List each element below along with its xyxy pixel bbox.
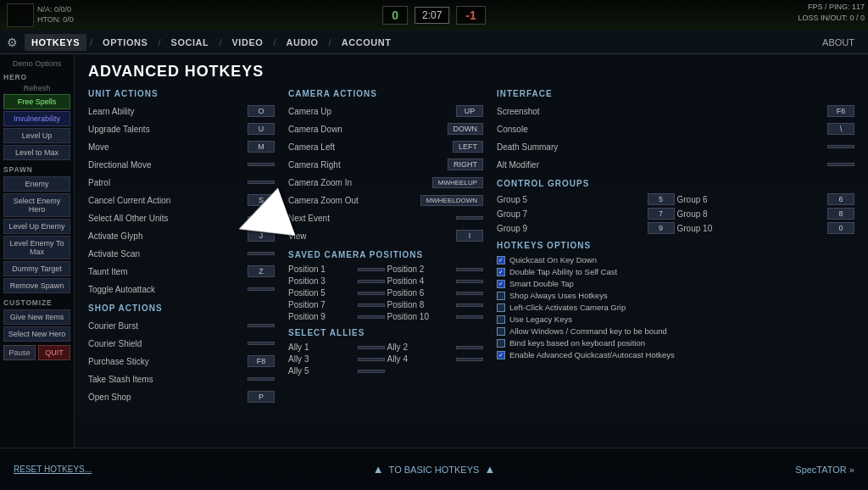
nav-hotkeys[interactable]: HOTKEYS — [25, 34, 86, 51]
table-row: Camera Right RIGHT — [288, 157, 483, 172]
sidebar: Demo Options HERO Refresh Free Spells In… — [0, 54, 75, 448]
select-allies-title: SELECT ALLIES — [288, 328, 483, 337]
reset-hotkeys-button[interactable]: RESET HOTKEYS... — [0, 461, 105, 477]
table-row: Open Shop P — [88, 389, 275, 404]
table-row: Next Event — [288, 210, 483, 226]
level-to-max-button[interactable]: Level to Max — [3, 145, 70, 160]
table-row: Activate Scan — [88, 246, 275, 261]
list-item: Left-Click Activates Camera Grip — [497, 303, 854, 312]
list-item: Shop Always Uses Hotkeys — [497, 291, 854, 300]
customize-section-label: CUSTOMIZE — [3, 298, 70, 307]
nav-account[interactable]: ACCOUNT — [335, 34, 398, 51]
demo-options-label: Demo Options — [3, 59, 70, 68]
control-groups-title: CONTROL GROUPS — [497, 179, 854, 188]
table-row: Camera Zoom In MWHEELUP — [288, 175, 483, 190]
unit-actions-list: Learn Ability O Upgrade Talents U Move M… — [88, 103, 275, 297]
table-row: Group 9 9 — [497, 222, 675, 234]
advanced-quickcast-checkbox[interactable] — [497, 351, 505, 359]
level-up-enemy-button[interactable]: Level Up Enemy — [3, 219, 70, 234]
level-enemy-to-max-button[interactable]: Level Enemy To Max — [3, 236, 70, 259]
smart-double-tap-checkbox[interactable] — [497, 280, 505, 288]
nav-options[interactable]: OPTIONS — [96, 34, 154, 51]
refresh-label: Refresh — [3, 84, 70, 92]
dummy-target-button[interactable]: Dummy Target — [3, 261, 70, 276]
table-row: Select All Other Units — [88, 210, 275, 226]
remove-spawn-button[interactable]: Remove Spawn — [3, 278, 70, 293]
panel-content: UNIT ACTIONS Learn Ability O Upgrade Tal… — [75, 86, 868, 441]
score-display: 0 2:07 -1 — [382, 6, 486, 25]
invulnerability-button[interactable]: Invulnerability — [3, 111, 70, 126]
table-row: Move M — [88, 139, 275, 154]
fps-display: FPS / PING: 117 LOSS IN/OUT: 0 / 0 — [798, 2, 865, 23]
table-row: Courier Burst — [88, 318, 275, 333]
camera-grip-checkbox[interactable] — [497, 303, 505, 312]
table-row: Alt Modifier — [497, 157, 854, 172]
camera-positions-grid: Position 1 Position 2 Position 3 Positio… — [288, 264, 483, 321]
left-column: UNIT ACTIONS Learn Ability O Upgrade Tal… — [88, 86, 275, 441]
table-row: Ally 5 — [288, 366, 385, 376]
level-up-button[interactable]: Level Up — [3, 128, 70, 143]
nav-about[interactable]: ABOUT — [815, 34, 861, 51]
arrow-up-icon-2: ▲ — [484, 463, 495, 476]
hotkeys-options-title: HOTKEYS OPTIONS — [497, 241, 854, 250]
table-row: Purchase Sticky F8 — [88, 354, 275, 369]
panel-title: ADVANCED HOTKEYS — [75, 54, 868, 86]
table-row: Console \ — [497, 121, 854, 136]
table-row: Take Stash Items — [88, 371, 275, 387]
hotkeys-options-list: Quickcast On Key Down Double Tap Ability… — [497, 255, 854, 359]
hero-section-label: HERO — [3, 73, 70, 81]
shop-actions-list: Courier Burst Courier Shield Purchase St… — [88, 318, 275, 404]
nav-social[interactable]: SOCIAL — [164, 34, 216, 51]
table-row: Learn Ability O — [88, 103, 275, 119]
table-row: Courier Shield — [88, 336, 275, 351]
table-row: Group 8 8 — [677, 208, 855, 220]
double-tap-self-cast-checkbox[interactable] — [497, 268, 505, 276]
table-row: Position 6 — [387, 288, 484, 298]
table-row: Position 7 — [288, 300, 385, 309]
spectator-button[interactable]: SpecTATOR » — [795, 465, 854, 475]
radiant-score: 0 — [382, 6, 408, 25]
enemy-button[interactable]: Enemy — [3, 176, 70, 192]
table-row: Death Summary — [497, 139, 854, 154]
list-item: Allow Windows / Command key to be bound — [497, 326, 854, 336]
quit-button[interactable]: QUIT — [38, 345, 70, 360]
give-new-items-button[interactable]: Give New Items — [3, 309, 70, 325]
bottom-bar: RESET HOTKEYS... ▲ TO BASIC HOTKEYS ▲ Sp… — [0, 448, 868, 490]
main-panel: ADVANCED HOTKEYS UNIT ACTIONS Learn Abil… — [75, 54, 868, 448]
table-row: Activate Glyph J — [88, 228, 275, 243]
legacy-keys-checkbox[interactable] — [497, 315, 505, 324]
table-row: Position 9 — [288, 312, 385, 321]
table-row: Patrol — [88, 175, 275, 190]
list-item: Bind keys based on keyboard position — [497, 338, 854, 348]
windows-key-checkbox[interactable] — [497, 327, 505, 336]
table-row: Ally 1 — [288, 342, 385, 352]
pause-button[interactable]: Pause — [3, 345, 36, 360]
table-row: Group 6 6 — [677, 193, 855, 205]
interface-title: INTERFACE — [497, 89, 854, 98]
saved-camera-title: SAVED CAMERA POSITIONS — [288, 250, 483, 259]
nav-audio[interactable]: AUDIO — [279, 34, 325, 51]
select-new-hero-button[interactable]: Select New Hero — [3, 326, 70, 342]
unit-actions-title: UNIT ACTIONS — [88, 89, 275, 98]
list-item: Smart Double Tap — [497, 279, 854, 288]
table-row: Camera Down DOWN — [288, 121, 483, 136]
select-enemy-hero-button[interactable]: Select Enemy Hero — [3, 193, 70, 217]
keyboard-position-checkbox[interactable] — [497, 339, 505, 348]
to-basic-hotkeys-button[interactable]: ▲ TO BASIC HOTKEYS ▲ — [373, 463, 496, 476]
nav-video[interactable]: VIDEO — [225, 34, 270, 51]
camera-actions-list: Camera Up UP Camera Down DOWN Camera Lef… — [288, 103, 483, 243]
nav-bar: ⚙ HOTKEYS / OPTIONS / SOCIAL / VIDEO / A… — [0, 31, 868, 54]
camera-actions-title: CAMERA ACTIONS — [288, 89, 483, 98]
shop-hotkeys-checkbox[interactable] — [497, 292, 505, 300]
control-groups-grid: Group 5 5 Group 6 6 Group 7 7 Group 8 8 … — [497, 193, 854, 234]
interface-list: Screenshot F6 Console \ Death Summary Al… — [497, 103, 854, 172]
table-row: Position 8 — [387, 300, 484, 309]
settings-icon: ⚙ — [7, 36, 18, 49]
pause-quit-row: Pause QUIT — [3, 345, 70, 360]
table-row: View I — [288, 228, 483, 243]
table-row: Position 10 — [387, 312, 484, 321]
table-row: Directional Move — [88, 157, 275, 172]
free-spells-button[interactable]: Free Spells — [3, 94, 70, 109]
quickcast-checkbox[interactable] — [497, 256, 505, 264]
middle-column: CAMERA ACTIONS Camera Up UP Camera Down … — [288, 86, 483, 441]
